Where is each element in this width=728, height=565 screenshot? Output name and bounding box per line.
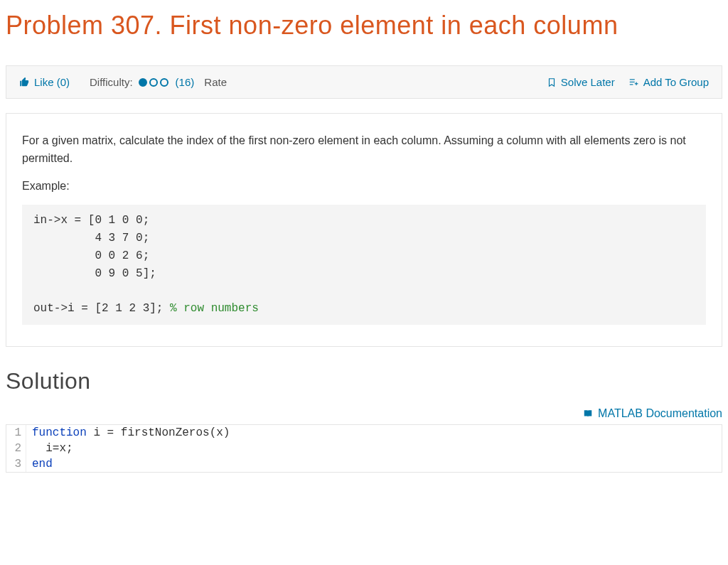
difficulty-dot-3-icon: [160, 78, 168, 87]
code-keyword: function: [32, 426, 87, 439]
solution-heading: Solution: [0, 347, 728, 402]
solve-later-label: Solve Later: [561, 76, 615, 88]
difficulty-dots: [139, 78, 168, 87]
editor-row: 2 i=x;: [6, 441, 722, 456]
matlab-doc-label: MATLAB Documentation: [598, 407, 722, 420]
line-number: 1: [6, 425, 26, 441]
like-label: Like (0): [34, 76, 70, 88]
thumbs-up-icon: [19, 77, 30, 87]
book-icon: [582, 409, 594, 419]
difficulty-dot-1-icon: [139, 78, 147, 87]
difficulty-indicator: Difficulty: (16) Rate: [90, 76, 227, 88]
page-title: Problem 307. First non-zero element in e…: [0, 0, 728, 55]
editor-row: 1 function i = firstNonZeros(x): [6, 425, 722, 441]
problem-description-panel: For a given matrix, calculate the index …: [6, 113, 722, 347]
line-number: 3: [6, 456, 26, 472]
add-to-group-button[interactable]: Add To Group: [628, 76, 709, 88]
difficulty-label: Difficulty:: [90, 76, 133, 88]
example-output-comment: % row numbers: [170, 302, 259, 315]
description-text: For a given matrix, calculate the index …: [22, 132, 706, 168]
editor-row: 3 end: [6, 456, 722, 472]
code-line[interactable]: i=x;: [26, 441, 73, 456]
difficulty-dot-2-icon: [149, 78, 158, 87]
bookmark-icon: [547, 77, 557, 88]
code-line[interactable]: end: [26, 456, 53, 472]
solve-later-button[interactable]: Solve Later: [547, 76, 615, 88]
code-text: i=x;: [32, 442, 73, 455]
difficulty-count: (16): [174, 76, 195, 88]
like-button[interactable]: Like (0): [19, 76, 70, 88]
example-output-prefix: out->i = [2 1 2 3];: [33, 302, 170, 315]
example-label: Example:: [22, 178, 706, 195]
code-line[interactable]: function i = firstNonZeros(x): [26, 425, 230, 441]
code-keyword: end: [32, 458, 53, 470]
code-editor[interactable]: 1 function i = firstNonZeros(x) 2 i=x; 3…: [6, 424, 722, 473]
matlab-doc-link[interactable]: MATLAB Documentation: [582, 407, 722, 420]
code-text: i = firstNonZeros(x): [87, 426, 230, 439]
rate-link[interactable]: Rate: [204, 76, 227, 88]
list-add-icon: [628, 77, 639, 87]
add-to-group-label: Add To Group: [643, 76, 709, 88]
problem-toolbar: Like (0) Difficulty: (16) Rate Solve Lat…: [6, 65, 722, 99]
example-input: in->x = [0 1 0 0; 4 3 7 0; 0 0 2 6; 0 9 …: [33, 214, 156, 279]
example-code-block: in->x = [0 1 0 0; 4 3 7 0; 0 0 2 6; 0 9 …: [22, 205, 706, 325]
line-number: 2: [6, 441, 26, 456]
